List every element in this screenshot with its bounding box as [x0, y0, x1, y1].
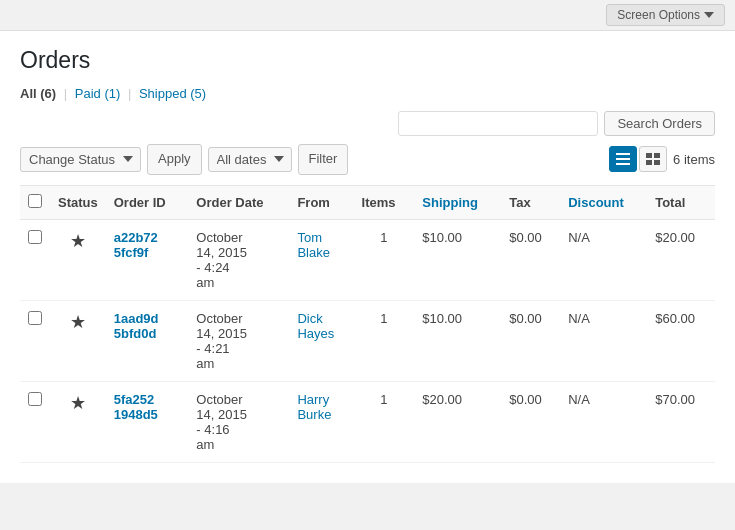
row-tax: $0.00: [501, 300, 560, 381]
svg-rect-4: [654, 153, 660, 158]
row-order-date: October14, 2015- 4:24am: [188, 219, 289, 300]
all-dates-select[interactable]: All dates: [208, 147, 292, 172]
toolbar-right: 6 items: [609, 146, 715, 172]
col-orderdate-header: Order Date: [188, 185, 289, 219]
filter-paid[interactable]: Paid (1): [75, 86, 121, 101]
row-checkbox[interactable]: [28, 230, 42, 244]
table-row: ★5fa2521948d5October14, 2015- 4:16amHarr…: [20, 381, 715, 462]
row-total: $70.00: [647, 381, 715, 462]
order-id-link[interactable]: 1aad9d5bfd0d: [114, 311, 159, 341]
from-link[interactable]: DickHayes: [297, 311, 334, 341]
page-title: Orders: [20, 47, 715, 74]
table-row: ★1aad9d5bfd0dOctober14, 2015- 4:21amDick…: [20, 300, 715, 381]
row-from: DickHayes: [289, 300, 353, 381]
row-from: HarryBurke: [289, 381, 353, 462]
col-orderid-header: Order ID: [106, 185, 189, 219]
row-order-id: a22b725fcf9f: [106, 219, 189, 300]
svg-rect-3: [646, 153, 652, 158]
row-shipping: $10.00: [414, 300, 501, 381]
order-id-link[interactable]: 5fa2521948d5: [114, 392, 158, 422]
row-order-id: 1aad9d5bfd0d: [106, 300, 189, 381]
row-order-id: 5fa2521948d5: [106, 381, 189, 462]
items-count: 6 items: [673, 152, 715, 167]
filter-button[interactable]: Filter: [298, 144, 349, 175]
svg-rect-2: [616, 163, 630, 165]
search-input[interactable]: [398, 111, 598, 136]
col-tax-header: Tax: [501, 185, 560, 219]
page-wrapper: Screen Options Orders All (6) | Paid (1)…: [0, 0, 735, 530]
table-body: ★a22b725fcf9fOctober14, 2015- 4:24amTomB…: [20, 219, 715, 462]
change-status-select[interactable]: Change Status: [20, 147, 141, 172]
row-tax: $0.00: [501, 381, 560, 462]
order-id-link[interactable]: a22b725fcf9f: [114, 230, 158, 260]
row-total: $20.00: [647, 219, 715, 300]
col-from-header: From: [289, 185, 353, 219]
search-row: Search Orders: [20, 111, 715, 136]
col-status-header: Status: [50, 185, 106, 219]
col-items-header: Items: [354, 185, 415, 219]
row-star-cell: ★: [50, 381, 106, 462]
row-shipping: $20.00: [414, 381, 501, 462]
col-total-header: Total: [647, 185, 715, 219]
col-select-all: [20, 185, 50, 219]
from-link[interactable]: HarryBurke: [297, 392, 331, 422]
top-bar: Screen Options: [0, 0, 735, 31]
chevron-down-icon: [704, 12, 714, 18]
row-star-cell: ★: [50, 219, 106, 300]
from-link[interactable]: TomBlake: [297, 230, 330, 260]
row-order-date: October14, 2015- 4:16am: [188, 381, 289, 462]
row-tax: $0.00: [501, 219, 560, 300]
filter-shipped[interactable]: Shipped (5): [139, 86, 206, 101]
filter-all[interactable]: All (6): [20, 86, 56, 101]
svg-rect-6: [654, 160, 660, 165]
svg-rect-1: [616, 158, 630, 160]
table-header-row: Status Order ID Order Date From Items Sh…: [20, 185, 715, 219]
row-total: $60.00: [647, 300, 715, 381]
select-all-checkbox[interactable]: [28, 194, 42, 208]
row-shipping: $10.00: [414, 219, 501, 300]
separator-1: |: [64, 86, 67, 101]
row-checkbox-cell: [20, 300, 50, 381]
row-checkbox[interactable]: [28, 311, 42, 325]
row-checkbox-cell: [20, 219, 50, 300]
table-row: ★a22b725fcf9fOctober14, 2015- 4:24amTomB…: [20, 219, 715, 300]
screen-options-button[interactable]: Screen Options: [606, 4, 725, 26]
row-items: 1: [354, 381, 415, 462]
row-items: 1: [354, 219, 415, 300]
row-discount: N/A: [560, 300, 647, 381]
search-orders-button[interactable]: Search Orders: [604, 111, 715, 136]
col-discount-header: Discount: [560, 185, 647, 219]
filter-links: All (6) | Paid (1) | Shipped (5): [20, 86, 715, 101]
row-discount: N/A: [560, 381, 647, 462]
toolbar: Change Status Apply All dates Filter: [20, 144, 715, 175]
svg-rect-0: [616, 153, 630, 155]
row-items: 1: [354, 300, 415, 381]
row-star-cell: ★: [50, 300, 106, 381]
separator-2: |: [128, 86, 131, 101]
star-icon[interactable]: ★: [70, 312, 86, 332]
svg-rect-5: [646, 160, 652, 165]
apply-button[interactable]: Apply: [147, 144, 202, 175]
screen-options-label: Screen Options: [617, 8, 700, 22]
row-checkbox[interactable]: [28, 392, 42, 406]
row-checkbox-cell: [20, 381, 50, 462]
view-icons: [609, 146, 667, 172]
grid-view-icon[interactable]: [639, 146, 667, 172]
main-content: Orders All (6) | Paid (1) | Shipped (5) …: [0, 31, 735, 483]
row-order-date: October14, 2015- 4:21am: [188, 300, 289, 381]
orders-table: Status Order ID Order Date From Items Sh…: [20, 185, 715, 463]
row-from: TomBlake: [289, 219, 353, 300]
col-shipping-header: Shipping: [414, 185, 501, 219]
star-icon[interactable]: ★: [70, 231, 86, 251]
star-icon[interactable]: ★: [70, 393, 86, 413]
list-view-icon[interactable]: [609, 146, 637, 172]
row-discount: N/A: [560, 219, 647, 300]
